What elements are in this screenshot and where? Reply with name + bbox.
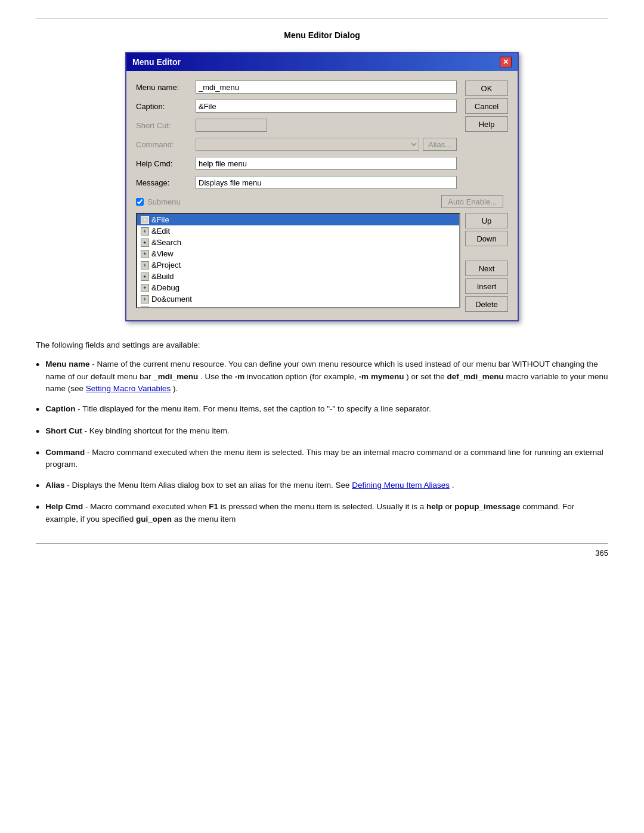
submenu-label: Submenu [147, 197, 181, 206]
next-button[interactable]: Next [465, 261, 508, 276]
help-cmd-row: Help Cmd: [136, 157, 457, 170]
bullet-list: • Menu name - Name of the current menu r… [36, 358, 608, 525]
menu-item-label: &Build [151, 272, 174, 281]
menu-item-label: &File [151, 215, 169, 224]
ok-button[interactable]: OK [465, 80, 508, 96]
page-title: Menu Editor Dialog [36, 30, 608, 40]
list-item[interactable]: + &Macro [137, 305, 459, 308]
menu-name-row: Menu name: [136, 80, 457, 94]
help-cmd-input[interactable] [196, 157, 457, 170]
message-row: Message: [136, 176, 457, 189]
expand-icon: + [141, 250, 149, 258]
expand-icon: + [141, 216, 149, 224]
bullet-text-shortcut: Short Cut - Key binding shortcut for the… [45, 425, 608, 437]
submenu-row: Submenu Auto Enable... [136, 195, 508, 208]
caption-row: Caption: [136, 100, 457, 113]
menu-list-area: + &File + &Edit + &Search + [136, 213, 508, 312]
dialog-close-button[interactable]: ✕ [500, 57, 512, 67]
list-item[interactable]: + &Search [137, 237, 459, 248]
menu-item-label: Do&cument [151, 295, 192, 304]
expand-icon: + [141, 284, 149, 292]
command-label: Command: [136, 140, 196, 149]
shortcut-input[interactable] [196, 119, 267, 132]
def-mdi-menu-bold: def_mdi_menu [447, 372, 503, 381]
list-item[interactable]: + &File [137, 214, 459, 225]
message-input[interactable] [196, 176, 457, 189]
expand-icon: + [141, 239, 149, 247]
help-button[interactable]: Help [465, 116, 508, 132]
intro-paragraph: The following fields and settings are av… [36, 339, 608, 351]
insert-button[interactable]: Insert [465, 278, 508, 294]
caption-label: Caption: [136, 102, 196, 111]
cancel-button[interactable]: Cancel [465, 98, 508, 114]
setting-macro-variables-link[interactable]: Setting Macro Variables [86, 384, 171, 393]
dialog-title: Menu Editor [132, 57, 181, 67]
expand-icon: + [141, 272, 149, 281]
side-buttons-area: Up Down Next Insert Delete [465, 213, 508, 312]
bullet-dot: • [36, 359, 39, 372]
dialog-body: Menu name: Caption: Short Cut: [126, 71, 518, 320]
m-flag-bold: -m [235, 372, 245, 381]
defining-menu-item-aliases-link[interactable]: Defining Menu Item Aliases [352, 481, 450, 490]
list-item[interactable]: + &Project [137, 259, 459, 271]
m-mymenu-bold: -m mymenu [359, 372, 404, 381]
shortcut-row: Short Cut: [136, 119, 457, 132]
caption-input[interactable] [196, 100, 457, 113]
list-item[interactable]: + &Edit [137, 225, 459, 237]
bullet-text-help-cmd: Help Cmd - Macro command executed when F… [45, 501, 608, 525]
alias-button[interactable]: Alias... [423, 138, 457, 151]
bullet-dot: • [36, 426, 39, 439]
menu-name-input[interactable] [196, 80, 457, 94]
help-bold: help [426, 502, 443, 511]
menu-item-label: &Edit [151, 227, 170, 236]
menu-item-label: &Debug [151, 283, 179, 292]
term-help-cmd: Help Cmd [45, 502, 83, 511]
expand-icon: + [141, 227, 149, 236]
bullet-text-caption: Caption - Title displayed for the menu i… [45, 403, 608, 415]
top-rule [36, 18, 608, 18]
bullet-text-command: Command - Macro command executed when th… [45, 447, 608, 471]
term-caption: Caption [45, 404, 75, 413]
up-button[interactable]: Up [465, 213, 508, 228]
submenu-checkbox[interactable] [136, 198, 144, 206]
bullet-dot: • [36, 447, 39, 460]
shortcut-label: Short Cut: [136, 121, 196, 130]
bullet-text-menu-name: Menu name - Name of the current menu res… [45, 358, 608, 395]
bullet-dot: • [36, 404, 39, 417]
expand-icon: + [141, 306, 149, 309]
term-shortcut: Short Cut [45, 426, 82, 435]
list-item[interactable]: + &Debug [137, 282, 459, 293]
bullet-menu-name: • Menu name - Name of the current menu r… [36, 358, 608, 395]
right-buttons-area: OK Cancel Help [465, 80, 508, 195]
page-number: 365 [36, 549, 608, 558]
bullet-caption: • Caption - Title displayed for the menu… [36, 403, 608, 417]
top-form-area: Menu name: Caption: Short Cut: [136, 80, 508, 195]
form-section: Menu name: Caption: Short Cut: [136, 80, 457, 195]
bullet-dot: • [36, 480, 39, 493]
menu-listbox[interactable]: + &File + &Edit + &Search + [136, 213, 460, 308]
mdi-menu-bold: _mdi_menu [153, 372, 198, 381]
down-button[interactable]: Down [465, 231, 508, 246]
bullet-command: • Command - Macro command executed when … [36, 447, 608, 471]
auto-enable-button[interactable]: Auto Enable... [441, 195, 503, 208]
list-item[interactable]: + &View [137, 248, 459, 259]
menu-item-label: &View [151, 249, 174, 258]
list-item[interactable]: + Do&cument [137, 293, 459, 305]
dialog-wrapper: Menu Editor ✕ Menu name: Caption: [36, 52, 608, 321]
expand-icon: + [141, 261, 149, 270]
bullet-text-alias: Alias - Displays the Menu Item Alias dia… [45, 479, 608, 491]
bullet-shortcut: • Short Cut - Key binding shortcut for t… [36, 425, 608, 439]
delete-button[interactable]: Delete [465, 296, 508, 312]
command-select[interactable] [196, 138, 419, 151]
term-command: Command [45, 448, 85, 457]
command-row: Command: Alias... [136, 138, 457, 151]
menu-item-label: &Project [151, 261, 181, 270]
dialog-titlebar: Menu Editor ✕ [126, 53, 518, 71]
message-label: Message: [136, 178, 196, 187]
menu-item-label: &Macro [151, 306, 178, 308]
bullet-help-cmd: • Help Cmd - Macro command executed when… [36, 501, 608, 525]
menu-editor-dialog: Menu Editor ✕ Menu name: Caption: [125, 52, 519, 321]
menu-item-label: &Search [151, 238, 181, 247]
list-item[interactable]: + &Build [137, 271, 459, 282]
page-container: Menu Editor Dialog Menu Editor ✕ Menu na… [0, 0, 644, 833]
